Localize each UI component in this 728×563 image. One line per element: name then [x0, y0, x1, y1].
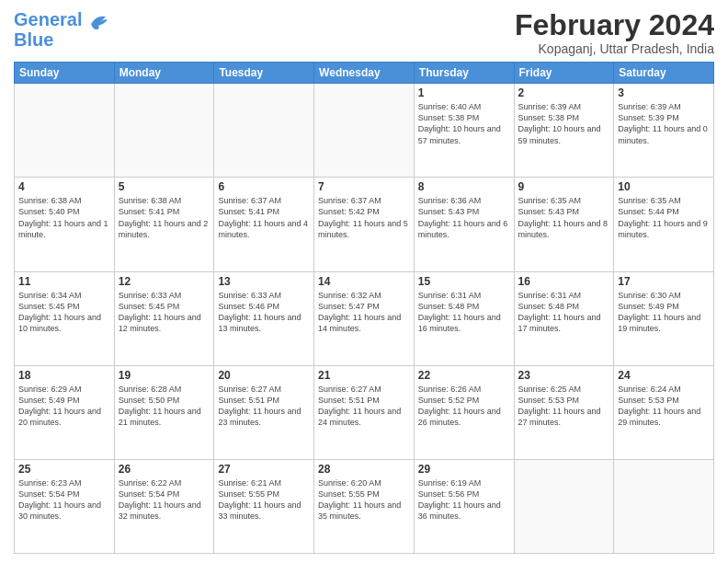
- day-info-3-2: Sunrise: 6:27 AM Sunset: 5:51 PM Dayligh…: [218, 384, 310, 429]
- day-info-1-4: Sunrise: 6:36 AM Sunset: 5:43 PM Dayligh…: [418, 195, 510, 240]
- day-number-3-5: 23: [518, 369, 610, 382]
- calendar-cell-4-0: 25Sunrise: 6:23 AM Sunset: 5:54 PM Dayli…: [15, 459, 115, 553]
- calendar-cell-4-2: 27Sunrise: 6:21 AM Sunset: 5:55 PM Dayli…: [214, 459, 314, 553]
- day-number-1-0: 4: [18, 180, 110, 193]
- col-sunday: Sunday: [15, 63, 115, 84]
- day-info-3-4: Sunrise: 6:26 AM Sunset: 5:52 PM Dayligh…: [418, 384, 510, 429]
- day-number-4-0: 25: [18, 463, 110, 476]
- calendar-cell-1-2: 6Sunrise: 6:37 AM Sunset: 5:41 PM Daylig…: [214, 178, 314, 271]
- calendar-header-row: Sunday Monday Tuesday Wednesday Thursday…: [15, 63, 714, 84]
- calendar-cell-2-6: 17Sunrise: 6:30 AM Sunset: 5:49 PM Dayli…: [614, 271, 714, 365]
- day-number-0-5: 2: [518, 86, 610, 99]
- calendar-cell-1-5: 9Sunrise: 6:35 AM Sunset: 5:43 PM Daylig…: [514, 178, 614, 271]
- calendar-cell-3-4: 22Sunrise: 6:26 AM Sunset: 5:52 PM Dayli…: [414, 365, 514, 459]
- calendar-cell-3-3: 21Sunrise: 6:27 AM Sunset: 5:51 PM Dayli…: [314, 365, 415, 459]
- col-saturday: Saturday: [614, 63, 714, 84]
- day-info-3-0: Sunrise: 6:29 AM Sunset: 5:49 PM Dayligh…: [18, 384, 110, 429]
- calendar-cell-2-2: 13Sunrise: 6:33 AM Sunset: 5:46 PM Dayli…: [214, 271, 314, 365]
- day-number-2-3: 14: [318, 275, 410, 288]
- day-info-1-5: Sunrise: 6:35 AM Sunset: 5:43 PM Dayligh…: [518, 195, 610, 240]
- logo-general: General: [14, 9, 82, 29]
- calendar-cell-3-5: 23Sunrise: 6:25 AM Sunset: 5:53 PM Dayli…: [514, 365, 614, 459]
- day-info-2-0: Sunrise: 6:34 AM Sunset: 5:45 PM Dayligh…: [18, 290, 110, 335]
- title-block: February 2024 Kopaganj, Uttar Pradesh, I…: [515, 9, 714, 56]
- day-info-0-5: Sunrise: 6:39 AM Sunset: 5:38 PM Dayligh…: [518, 101, 610, 146]
- col-monday: Monday: [114, 63, 214, 84]
- calendar-cell-3-2: 20Sunrise: 6:27 AM Sunset: 5:51 PM Dayli…: [214, 365, 314, 459]
- week-row-0: 1Sunrise: 6:40 AM Sunset: 5:38 PM Daylig…: [15, 84, 714, 178]
- week-row-1: 4Sunrise: 6:38 AM Sunset: 5:40 PM Daylig…: [15, 178, 714, 271]
- day-number-3-6: 24: [618, 369, 710, 382]
- calendar-table: Sunday Monday Tuesday Wednesday Thursday…: [14, 62, 714, 554]
- logo: General Blue: [14, 9, 113, 50]
- calendar-cell-0-0: [15, 84, 115, 178]
- calendar-title: February 2024: [515, 9, 714, 41]
- day-number-3-2: 20: [218, 369, 310, 382]
- day-info-0-4: Sunrise: 6:40 AM Sunset: 5:38 PM Dayligh…: [418, 101, 510, 146]
- col-thursday: Thursday: [414, 63, 514, 84]
- day-info-2-4: Sunrise: 6:31 AM Sunset: 5:48 PM Dayligh…: [418, 290, 510, 335]
- calendar-cell-0-1: [114, 84, 214, 178]
- calendar-cell-0-6: 3Sunrise: 6:39 AM Sunset: 5:39 PM Daylig…: [614, 84, 714, 178]
- calendar-cell-3-1: 19Sunrise: 6:28 AM Sunset: 5:50 PM Dayli…: [114, 365, 214, 459]
- calendar-cell-2-0: 11Sunrise: 6:34 AM Sunset: 5:45 PM Dayli…: [15, 271, 115, 365]
- day-number-2-0: 11: [18, 275, 110, 288]
- day-number-4-2: 27: [218, 463, 310, 476]
- day-info-4-2: Sunrise: 6:21 AM Sunset: 5:55 PM Dayligh…: [218, 477, 310, 523]
- day-number-2-5: 16: [518, 275, 610, 288]
- day-number-2-6: 17: [618, 275, 710, 288]
- calendar-cell-1-4: 8Sunrise: 6:36 AM Sunset: 5:43 PM Daylig…: [414, 178, 514, 271]
- col-wednesday: Wednesday: [314, 63, 415, 84]
- day-info-1-1: Sunrise: 6:38 AM Sunset: 5:41 PM Dayligh…: [119, 195, 210, 240]
- day-number-3-1: 19: [119, 369, 210, 382]
- day-number-4-3: 28: [318, 463, 410, 476]
- calendar-cell-4-3: 28Sunrise: 6:20 AM Sunset: 5:55 PM Dayli…: [314, 459, 415, 553]
- day-number-2-2: 13: [218, 275, 310, 288]
- header: General Blue February 2024 Kopaganj, Utt…: [14, 9, 714, 56]
- day-number-3-0: 18: [18, 369, 110, 382]
- day-info-3-3: Sunrise: 6:27 AM Sunset: 5:51 PM Dayligh…: [318, 384, 410, 429]
- calendar-cell-1-1: 5Sunrise: 6:38 AM Sunset: 5:41 PM Daylig…: [114, 178, 214, 271]
- day-info-0-6: Sunrise: 6:39 AM Sunset: 5:39 PM Dayligh…: [618, 101, 710, 146]
- day-info-1-6: Sunrise: 6:35 AM Sunset: 5:44 PM Dayligh…: [618, 195, 710, 240]
- day-number-3-3: 21: [318, 369, 410, 382]
- day-number-0-4: 1: [418, 86, 510, 99]
- day-info-1-3: Sunrise: 6:37 AM Sunset: 5:42 PM Dayligh…: [318, 195, 410, 240]
- day-info-3-5: Sunrise: 6:25 AM Sunset: 5:53 PM Dayligh…: [518, 384, 610, 429]
- day-number-1-1: 5: [119, 180, 210, 193]
- day-number-1-2: 6: [218, 180, 310, 193]
- day-info-4-1: Sunrise: 6:22 AM Sunset: 5:54 PM Dayligh…: [119, 477, 210, 523]
- day-info-2-1: Sunrise: 6:33 AM Sunset: 5:45 PM Dayligh…: [119, 290, 210, 335]
- day-info-1-0: Sunrise: 6:38 AM Sunset: 5:40 PM Dayligh…: [18, 195, 110, 240]
- calendar-cell-0-5: 2Sunrise: 6:39 AM Sunset: 5:38 PM Daylig…: [514, 84, 614, 178]
- day-info-2-5: Sunrise: 6:31 AM Sunset: 5:48 PM Dayligh…: [518, 290, 610, 335]
- calendar-cell-1-0: 4Sunrise: 6:38 AM Sunset: 5:40 PM Daylig…: [15, 178, 115, 271]
- day-info-4-0: Sunrise: 6:23 AM Sunset: 5:54 PM Dayligh…: [18, 477, 110, 523]
- day-number-1-3: 7: [318, 180, 410, 193]
- day-number-1-6: 10: [618, 180, 710, 193]
- day-number-1-4: 8: [418, 180, 510, 193]
- calendar-cell-3-6: 24Sunrise: 6:24 AM Sunset: 5:53 PM Dayli…: [614, 365, 714, 459]
- day-number-4-1: 26: [119, 463, 210, 476]
- logo-bird-icon: [84, 7, 113, 37]
- calendar-cell-4-1: 26Sunrise: 6:22 AM Sunset: 5:54 PM Dayli…: [114, 459, 214, 553]
- day-number-4-4: 29: [418, 463, 510, 476]
- day-number-1-5: 9: [518, 180, 610, 193]
- week-row-4: 25Sunrise: 6:23 AM Sunset: 5:54 PM Dayli…: [15, 459, 714, 553]
- day-number-3-4: 22: [418, 369, 510, 382]
- calendar-cell-2-3: 14Sunrise: 6:32 AM Sunset: 5:47 PM Dayli…: [314, 271, 415, 365]
- calendar-cell-4-6: [614, 459, 714, 553]
- page: General Blue February 2024 Kopaganj, Utt…: [0, 0, 728, 563]
- col-tuesday: Tuesday: [214, 63, 314, 84]
- day-number-0-6: 3: [618, 86, 710, 99]
- day-info-1-2: Sunrise: 6:37 AM Sunset: 5:41 PM Dayligh…: [218, 195, 310, 240]
- day-info-3-1: Sunrise: 6:28 AM Sunset: 5:50 PM Dayligh…: [119, 384, 210, 429]
- calendar-cell-3-0: 18Sunrise: 6:29 AM Sunset: 5:49 PM Dayli…: [15, 365, 115, 459]
- calendar-subtitle: Kopaganj, Uttar Pradesh, India: [515, 41, 714, 56]
- logo-blue: Blue: [14, 29, 53, 50]
- day-info-2-3: Sunrise: 6:32 AM Sunset: 5:47 PM Dayligh…: [318, 290, 410, 335]
- calendar-cell-4-4: 29Sunrise: 6:19 AM Sunset: 5:56 PM Dayli…: [414, 459, 514, 553]
- day-info-4-3: Sunrise: 6:20 AM Sunset: 5:55 PM Dayligh…: [318, 477, 410, 523]
- week-row-2: 11Sunrise: 6:34 AM Sunset: 5:45 PM Dayli…: [15, 271, 714, 365]
- calendar-cell-4-5: [514, 459, 614, 553]
